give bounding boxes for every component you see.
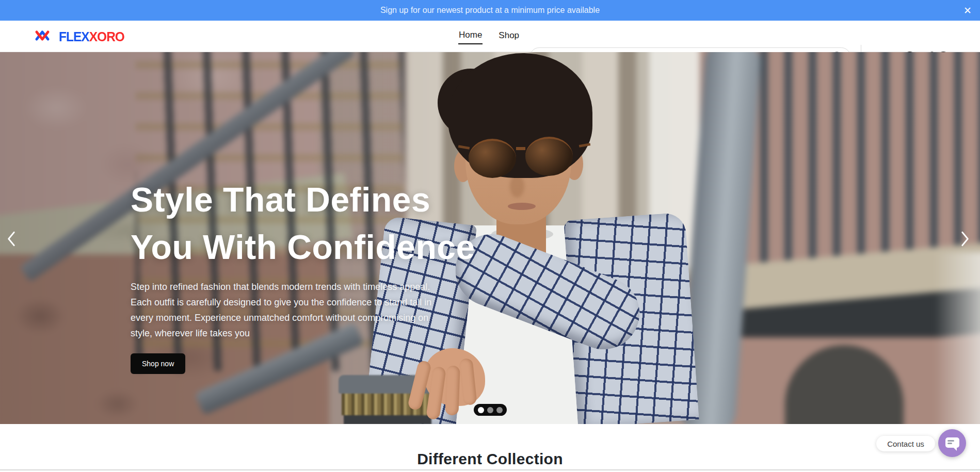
model-finger [445,366,460,416]
brand-logo[interactable]: FLEXXORO [33,28,128,45]
brand-name-red: XORO [89,29,124,44]
section-title-different-collection: Different Collection [0,450,980,468]
announcement-bar: Sign up for our newest product at a mini… [0,0,980,21]
close-icon[interactable]: ✕ [963,6,972,15]
carousel-next-arrow-icon[interactable] [960,230,970,249]
nav-item-shop[interactable]: Shop [498,28,520,44]
main-nav: Home Shop [458,21,520,52]
hero-carousel: Style That Defines You With Confidence S… [0,52,980,424]
announcement-text: Sign up for our newest product at a mini… [380,6,600,15]
logo-mark-icon [33,28,52,45]
brand-name-blue: FLEX [59,29,89,44]
storefront-page: Sign up for our newest product at a mini… [0,0,980,472]
hero-paragraph-line: style, wherever life takes you [131,325,431,341]
contact-us-button[interactable]: Contact us [876,436,935,451]
chat-bubble-icon [945,437,959,448]
carousel-prev-arrow-icon[interactable] [6,230,17,249]
brand-name: FLEXXORO [59,29,124,45]
model-lips [508,203,536,210]
shop-now-button[interactable]: Shop now [131,353,185,374]
carousel-dot-3[interactable] [496,407,503,413]
hero-paragraph-line: every moment. Experience unmatched comfo… [131,310,431,325]
carousel-dots [474,404,507,416]
hero-heading-line2: You With Confidence [131,223,475,271]
hero-heading: Style That Defines You With Confidence [131,176,475,271]
hero-heading-line1: Style That Defines [131,176,475,223]
nav-item-home[interactable]: Home [458,28,483,44]
hero-paragraph-line: Each outfit is carefully designed to giv… [131,295,431,310]
hero-paragraph: Step into refined fashion that blends mo… [131,279,431,341]
model-sunglasses [469,134,580,180]
section-divider [0,469,980,470]
carousel-dot-1[interactable] [478,407,484,413]
site-header: FLEXXORO Home Shop 0 [0,21,980,52]
carousel-dot-2[interactable] [487,407,493,413]
hero-paragraph-line: Step into refined fashion that blends mo… [131,279,431,295]
chat-launcher-button[interactable] [938,429,966,457]
